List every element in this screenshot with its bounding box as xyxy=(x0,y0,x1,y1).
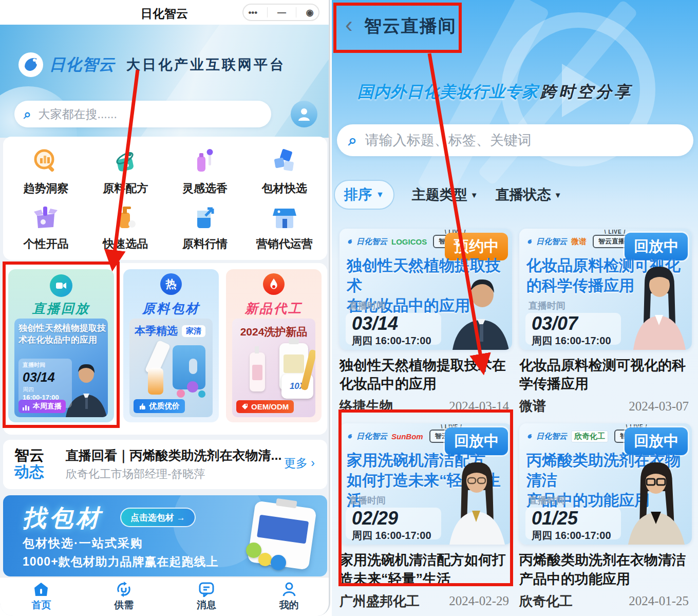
more-button[interactable]: ••• xyxy=(248,8,257,17)
brand-fish-icon xyxy=(346,237,354,246)
grid-item-marketing-agency[interactable]: 营销代运营 xyxy=(244,199,324,255)
grid-label: 灵感选香 xyxy=(182,181,228,196)
news-strip[interactable]: 智云 动态 直播回看｜丙烯酸类助洗剂在衣物清... 欣奇化工市场部经理-舒晓萍 … xyxy=(3,440,327,489)
sort-filter[interactable]: 排序 ▼ xyxy=(334,180,394,210)
posted-date: 2024-03-07 xyxy=(629,399,689,414)
partner-logo-weipu: 微谱 xyxy=(571,237,587,247)
date-panel: 02/29 周四 16:00-17:00 xyxy=(346,508,441,539)
packaging-cubes-icon xyxy=(270,147,299,177)
oem-odm-badge: OEM/ODM xyxy=(236,400,294,413)
pump-bottle-graphic xyxy=(148,368,163,395)
banner-title: 找包材 xyxy=(23,502,103,534)
topic-type-filter[interactable]: 主题类型 ▼ xyxy=(412,185,478,204)
pink-pump-graphic xyxy=(250,352,265,391)
live-card-caption[interactable]: 家用洗碗机清洁配方如何打造未来“轻量”生活 xyxy=(339,551,512,588)
season-pick-text: 本季精选 xyxy=(135,324,178,338)
grid-item-packaging-quickpick[interactable]: 包材快选 xyxy=(244,144,324,199)
choose-packaging-button[interactable]: 点击选包材 → xyxy=(120,508,196,527)
message-icon xyxy=(199,582,214,597)
live-search-input[interactable] xyxy=(364,132,682,149)
live-status-filter[interactable]: 直播状态 ▼ xyxy=(496,185,562,204)
oem-card[interactable]: 新品代工 2024洗护新品 10X xyxy=(226,269,322,422)
materials-header: 原料包材 xyxy=(123,300,219,317)
materials-poster: 本季精选 家清 优质优价 xyxy=(129,319,213,417)
pod-blue xyxy=(271,555,286,570)
brand-fish-icon xyxy=(525,432,534,441)
news-more-link[interactable]: 更多 › xyxy=(284,455,315,471)
feature-grid: 趋势洞察 原料配方 灵感选香 xyxy=(3,137,327,260)
grid-item-ingredient-formula[interactable]: 原料配方 xyxy=(86,144,165,199)
brand-mini-logo: 日化智云 xyxy=(525,237,567,247)
banner-line1: 包材快选·一站式采购 xyxy=(23,535,143,551)
mini-program-titlebar: 日化智云 ••• — ◉ xyxy=(0,0,329,25)
time-label: 直播时间 xyxy=(23,361,68,369)
live-replay-header: 直播回放 xyxy=(8,300,114,317)
packaging-banner[interactable]: 找包材 点击选包材 → 包材快选·一站式采购 1000+款包材助力品牌赢在起跑线… xyxy=(3,495,327,576)
news-title[interactable]: 直播回看｜丙烯酸类助洗剂在衣物清... xyxy=(66,447,281,464)
materials-card[interactable]: 热 原料包材 本季精选 家清 xyxy=(123,269,219,422)
chevron-down-icon: ▼ xyxy=(554,191,562,199)
tab-profile[interactable]: 我的 xyxy=(248,577,330,616)
this-week-live-badge: 本周直播 xyxy=(18,400,66,413)
home-search-input[interactable] xyxy=(37,107,262,122)
chart-bars-icon xyxy=(23,402,30,410)
chevron-down-icon: ▼ xyxy=(470,191,478,199)
live-card-caption[interactable]: 独创性天然植物提取技术在化妆品中的应用 xyxy=(339,356,512,393)
live-replay-card[interactable]: 直播回放 独创性天然植物提取技术在化妆品中的应用 直播时间 03/14 周四 xyxy=(8,269,114,422)
date-panel: 03/14 周四 16:00-17:00 xyxy=(346,313,441,345)
speaker-photo xyxy=(445,273,512,350)
beaker-arrow-icon xyxy=(190,202,220,232)
tab-home[interactable]: 首页 xyxy=(0,577,83,616)
grid-label: 包材快选 xyxy=(262,181,307,196)
quality-price-badge: 优质优价 xyxy=(134,399,185,413)
grid-item-fast-selection[interactable]: 快速选品 xyxy=(86,199,165,255)
home-search-bar[interactable]: ⌕ xyxy=(14,101,271,127)
promo-section: 直播回放 独创性天然植物提取技术在化妆品中的应用 直播时间 03/14 周四 xyxy=(3,263,327,435)
home-screen: 日化智云 ••• — ◉ 日化智云 大日化产业互联网平台 xyxy=(0,0,330,616)
live-card-cosmetic-testing[interactable]: 日化智云 微谱 \ LIVE / 智云直播间 回放中 化妆品原料检测可视化的科学… xyxy=(519,229,692,415)
live-room-title: 智云直播间 xyxy=(364,14,457,38)
price-tag-icon xyxy=(241,403,248,410)
close-button[interactable]: ◉ xyxy=(306,8,314,17)
person-icon xyxy=(296,106,312,122)
oem-header: 新品代工 xyxy=(226,300,322,317)
live-search-bar[interactable]: ⌕ xyxy=(337,124,693,156)
home-icon xyxy=(33,582,49,597)
grid-label: 快速选品 xyxy=(103,236,148,252)
grid-item-trend-insight[interactable]: 趋势洞察 xyxy=(6,144,86,199)
posted-date: 2024-03-14 xyxy=(449,399,509,414)
grid-label: 趋势洞察 xyxy=(23,181,68,196)
time-label: 直播时间 xyxy=(349,300,386,312)
company-name: 欣奇化工 xyxy=(519,592,573,610)
grid-label: 原料配方 xyxy=(103,181,148,196)
grid-label: 原料行情 xyxy=(182,236,228,252)
grid-item-custom-product[interactable]: 个性开品 xyxy=(6,199,86,255)
company-name: 广州盛邦化工 xyxy=(339,592,420,610)
grid-item-material-market[interactable]: 原料行情 xyxy=(165,199,245,255)
live-card-acrylic-detergent[interactable]: 日化智云 欣奇化工 \ LIVE / 智云直播间 回放中 丙烯酸类助洗剂在衣物清… xyxy=(519,423,692,610)
back-button[interactable]: ‹ xyxy=(345,13,353,36)
thumbs-up-icon xyxy=(139,403,146,410)
live-room-tagline: 国内外日化美妆行业专家跨时空分享 xyxy=(357,81,633,103)
live-card-caption[interactable]: 化妆品原料检测可视化的科学传播应用 xyxy=(519,356,692,393)
brand-name: 日化智云 xyxy=(49,54,115,76)
user-avatar[interactable] xyxy=(291,101,317,127)
live-room-screen: ‹ 智云直播间 国内外日化美妆行业专家跨时空分享 ⌕ 排序 ▼ 主题类型 ▼ 直… xyxy=(332,0,698,616)
supply-demand-icon xyxy=(116,582,132,597)
tab-supply-demand[interactable]: 供需 xyxy=(83,577,165,616)
live-cards-grid: 日化智云 LOGICOS \ LIVE / 智云直播间 预约中 独创性天然植物提… xyxy=(339,229,692,610)
live-card-dishwasher-formula[interactable]: 日化智云 SunBom \ LIVE / 智云直播间 回放中 家用洗碗机清洁配方… xyxy=(339,423,512,610)
grid-label: 营销代运营 xyxy=(256,236,313,252)
brand-logo-icon xyxy=(17,51,44,78)
minimize-button[interactable]: — xyxy=(277,8,286,17)
hot-badge: 热 xyxy=(160,273,182,295)
live-card-caption[interactable]: 丙烯酸类助洗剂在衣物清洁产品中的功能应用 xyxy=(519,551,692,588)
partner-logo-logicos: LOGICOS xyxy=(391,237,427,246)
live-card-poster: 日化智云 微谱 \ LIVE / 智云直播间 回放中 化妆品原料检测可视化的科学… xyxy=(519,229,692,350)
pump-bottle-icon xyxy=(110,202,140,232)
grid-item-scent-selection[interactable]: 灵感选香 xyxy=(165,144,245,199)
live-card-plant-extract[interactable]: 日化智云 LOGICOS \ LIVE / 智云直播间 预约中 独创性天然植物提… xyxy=(339,229,512,415)
tab-messages[interactable]: 消息 xyxy=(165,577,248,616)
date-panel: 03/07 周四 16:00-17:00 xyxy=(525,313,621,345)
speaker-photo xyxy=(625,263,692,350)
